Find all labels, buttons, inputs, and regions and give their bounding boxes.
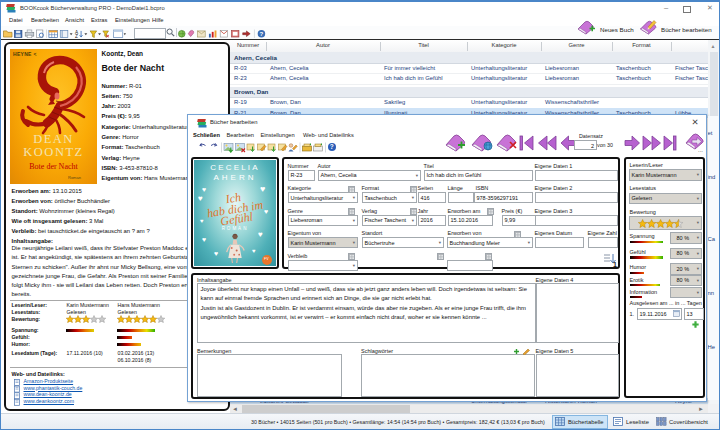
- svg-text:Z: Z: [75, 34, 78, 38]
- svg-text:?: ?: [259, 29, 263, 36]
- svg-text:?: ?: [330, 143, 334, 150]
- svg-text:...: ...: [698, 147, 703, 153]
- svg-text:1: 1: [613, 260, 617, 267]
